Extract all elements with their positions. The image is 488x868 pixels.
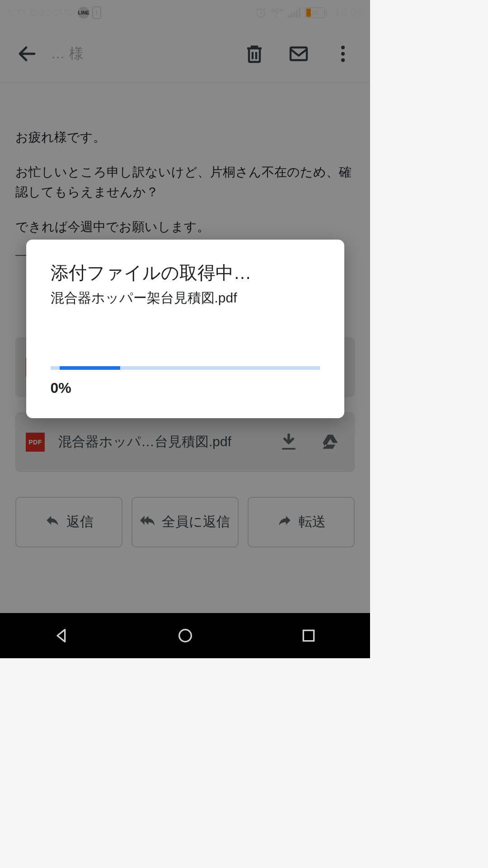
nav-home-button[interactable] bbox=[172, 622, 199, 649]
svg-rect-6 bbox=[303, 630, 314, 641]
progress-percent: 0% bbox=[51, 380, 320, 396]
nav-back-button[interactable] bbox=[48, 622, 75, 649]
android-nav-bar bbox=[0, 613, 370, 658]
nav-recent-button[interactable] bbox=[295, 622, 322, 649]
download-progress-dialog: 添付ファイルの取得中… 混合器ホッパー架台見積図.pdf 0% bbox=[26, 240, 344, 418]
dialog-title: 添付ファイルの取得中… bbox=[51, 260, 320, 285]
svg-point-5 bbox=[179, 630, 191, 642]
progress-bar bbox=[51, 366, 320, 370]
modal-scrim[interactable]: 添付ファイルの取得中… 混合器ホッパー架台見積図.pdf 0% bbox=[0, 0, 370, 658]
progress-fill bbox=[60, 366, 120, 370]
dialog-filename: 混合器ホッパー架台見積図.pdf bbox=[51, 289, 320, 307]
